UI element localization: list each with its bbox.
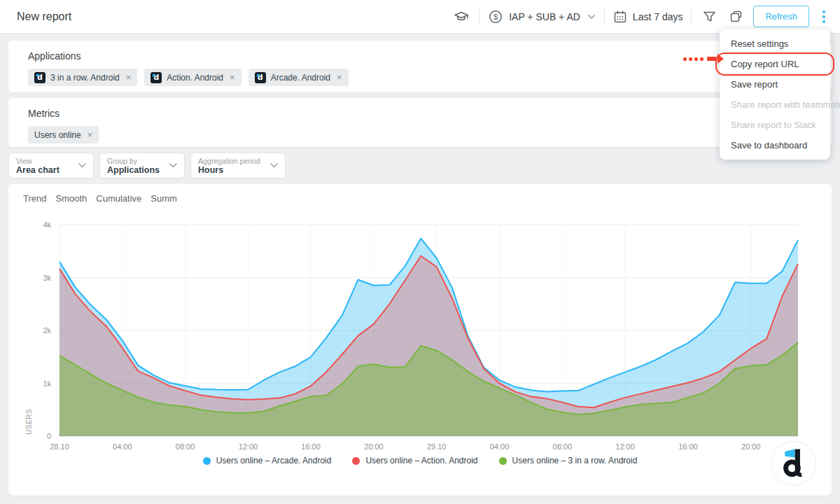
area-chart[interactable]: 28.1004:0008:0012:0016:0020:0029.1004:00… (8, 215, 832, 453)
top-bar: New report $ IAP + SUB + AD (0, 0, 840, 34)
svg-text:20:00: 20:00 (364, 442, 384, 451)
legend-item[interactable]: Users online – Action. Android (352, 456, 477, 465)
monetization-icon: $ (488, 9, 503, 24)
menu-item-share-with-teammates: Share report with teammates (720, 94, 830, 115)
copy-report-icon[interactable] (727, 8, 745, 26)
svg-text:04:00: 04:00 (113, 442, 132, 451)
menu-item-reset-settings[interactable]: Reset settings (720, 34, 830, 54)
aggregation-select-label: Aggregation period (198, 157, 260, 165)
chevron-down-icon (169, 163, 177, 168)
remove-chip-icon[interactable]: × (228, 72, 235, 83)
remove-chip-icon[interactable]: × (125, 72, 132, 83)
divider (691, 9, 692, 24)
svg-text:2k: 2k (43, 326, 51, 335)
legend-item[interactable]: Users online – 3 in a row. Android (499, 456, 638, 465)
applications-chips: d 3 in a row. Android × d Action. Androi… (28, 69, 812, 86)
applications-card: Applications d 3 in a row. Android × d A… (8, 41, 832, 92)
tab-cumulative[interactable]: Cumulative (96, 193, 141, 204)
divider (604, 9, 605, 24)
chevron-down-icon (587, 14, 596, 20)
new-report-page: New report $ IAP + SUB + AD (0, 0, 840, 504)
svg-text:04:00: 04:00 (490, 442, 510, 451)
view-select[interactable]: View Area chart (8, 153, 94, 178)
svg-text:12:00: 12:00 (239, 442, 258, 451)
divider (479, 9, 479, 24)
legend-dot-action (352, 457, 360, 465)
menu-item-save-to-dashboard[interactable]: Save to dashboard (720, 135, 830, 155)
app-logo-icon: d (150, 72, 162, 83)
metrics-title: Metrics (28, 108, 812, 119)
devtodev-logo (771, 441, 816, 486)
aggregation-period-select[interactable]: Aggregation period Hours (190, 153, 286, 178)
svg-text:16:00: 16:00 (678, 442, 698, 451)
refresh-button[interactable]: Refresh (753, 6, 809, 27)
tab-summ[interactable]: Summ (150, 193, 177, 204)
svg-text:29.10: 29.10 (427, 442, 447, 451)
app-chip-label: Action. Android (167, 73, 223, 83)
group-by-select-label: Group by (107, 157, 160, 165)
revenue-segments-value: IAP + SUB + AD (509, 11, 580, 22)
svg-text:4k: 4k (43, 220, 51, 229)
chevron-down-icon (270, 163, 278, 168)
app-chip[interactable]: d Arcade. Android × (248, 69, 349, 86)
app-chip-label: 3 in a row. Android (50, 73, 120, 83)
metrics-card: Metrics Users online × (8, 98, 832, 147)
svg-text:0: 0 (47, 432, 51, 440)
svg-text:$: $ (493, 13, 498, 21)
menu-item-copy-report-url[interactable]: Copy report URL (720, 54, 830, 74)
menu-item-save-report[interactable]: Save report (720, 74, 830, 94)
menu-item-share-to-slack: Share report to Slack (720, 115, 830, 135)
group-by-select-value: Applications (107, 165, 160, 175)
legend-label: Users online – Action. Android (365, 456, 477, 465)
more-options-menu: Reset settings Copy report URL Save repo… (720, 29, 830, 160)
svg-text:1k: 1k (43, 379, 51, 388)
svg-text:28.10: 28.10 (50, 442, 69, 451)
date-range-picker[interactable]: Last 7 days (613, 10, 683, 24)
chart-card: Trend Smooth Cumulative Summ 28.1004:000… (8, 184, 832, 496)
date-range-value: Last 7 days (633, 11, 683, 22)
chart-legend: Users online – Arcade. Android Users onl… (8, 456, 832, 465)
app-chip[interactable]: d 3 in a row. Android × (28, 69, 137, 86)
legend-item[interactable]: Users online – Arcade. Android (203, 456, 332, 465)
remove-chip-icon[interactable]: × (335, 72, 342, 83)
legend-label: Users online – 3 in a row. Android (512, 456, 638, 465)
svg-text:20:00: 20:00 (741, 442, 761, 451)
svg-text:12:00: 12:00 (615, 442, 635, 451)
revenue-segments-dropdown[interactable]: $ IAP + SUB + AD (488, 9, 596, 24)
tab-trend[interactable]: Trend (23, 193, 46, 204)
svg-text:USERS: USERS (25, 409, 33, 435)
app-chip[interactable]: d Action. Android × (144, 69, 241, 86)
app-logo-icon: d (34, 72, 46, 83)
svg-text:3k: 3k (43, 274, 51, 282)
metric-chip-label: Users online (34, 130, 81, 140)
app-chip-label: Arcade. Android (271, 73, 330, 83)
app-logo-icon: d (255, 72, 266, 83)
page-title: New report (17, 10, 71, 23)
group-by-select[interactable]: Group by Applications (99, 153, 185, 178)
calendar-icon (613, 10, 627, 24)
metric-chip[interactable]: Users online × (28, 126, 99, 144)
svg-text:16:00: 16:00 (301, 442, 321, 451)
view-select-value: Area chart (16, 165, 59, 175)
tab-smooth[interactable]: Smooth (55, 193, 87, 204)
legend-dot-arcade (203, 457, 211, 465)
aggregation-select-value: Hours (198, 165, 260, 175)
legend-label: Users online – Arcade. Android (216, 456, 332, 465)
svg-text:08:00: 08:00 (176, 442, 195, 451)
legend-dot-3inarow (499, 457, 507, 465)
chart-tabs: Trend Smooth Cumulative Summ (8, 184, 832, 204)
annotation-arrow (683, 54, 724, 64)
top-bar-actions: $ IAP + SUB + AD Last 7 days (452, 6, 830, 27)
more-options-icon[interactable] (818, 9, 830, 24)
svg-text:08:00: 08:00 (553, 442, 573, 451)
remove-chip-icon[interactable]: × (86, 130, 93, 140)
metrics-chips: Users online × (28, 126, 812, 144)
report-controls: View Area chart Group by Applications Ag… (8, 153, 286, 178)
academy-icon[interactable] (452, 8, 470, 26)
filter-icon[interactable] (700, 8, 718, 26)
chevron-down-icon (78, 163, 86, 168)
view-select-label: View (16, 157, 59, 165)
